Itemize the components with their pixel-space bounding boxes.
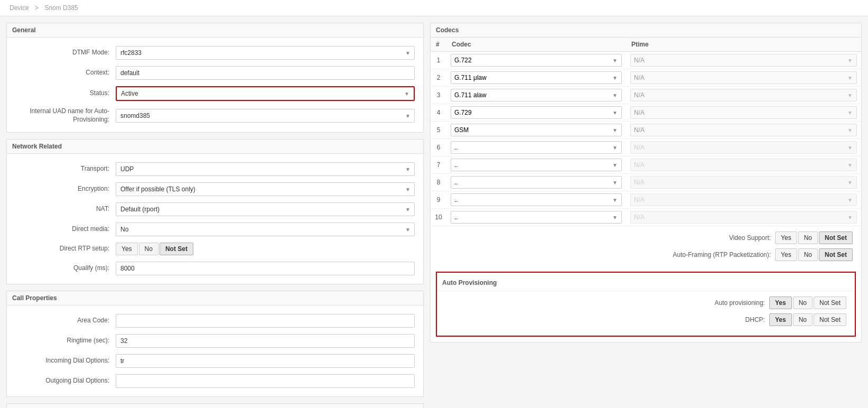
direct-rtp-no-button[interactable]: No: [139, 243, 158, 255]
auto-prov-btn-group: Yes No Not Set: [769, 296, 846, 309]
ptime-select-2[interactable]: N/A: [630, 71, 857, 84]
direct-rtp-yes-button[interactable]: Yes: [116, 243, 138, 255]
nat-select[interactable]: Default (rport) No Force rport Comedia: [116, 202, 415, 216]
codec-row-num: 2: [431, 69, 446, 87]
codec-row-num: 6: [431, 139, 446, 156]
status-label: Status:: [15, 89, 116, 98]
video-notset-button[interactable]: Not Set: [819, 231, 853, 244]
video-support-label: Video Support:: [729, 234, 771, 242]
codec-select-10[interactable]: ..: [451, 211, 622, 224]
ptime-select-5[interactable]: N/A: [630, 124, 857, 136]
direct-rtp-label: Direct RTP setup:: [15, 245, 116, 253]
context-control: [116, 66, 415, 80]
direct-media-row: Direct media: NoYes ▼: [7, 219, 423, 239]
general-body: DTMF Mode: rfc2833 inband info ▼: [7, 38, 423, 132]
ptime-select-8: N/A: [630, 176, 857, 189]
transport-select[interactable]: UDPTCPTLS: [116, 162, 415, 176]
codec-select-8[interactable]: ..: [451, 176, 622, 189]
nat-control: Default (rport) No Force rport Comedia ▼: [116, 202, 415, 216]
incoming-dial-control: [116, 354, 415, 368]
uad-select[interactable]: snomd385: [116, 109, 415, 123]
autoframing-no-button[interactable]: No: [798, 248, 818, 261]
codecs-section: Codecs # Codec Ptime 1G.722▼N/A▼2G.711 μ…: [430, 23, 862, 342]
codec-select-9[interactable]: ..: [451, 193, 622, 206]
incoming-dial-input[interactable]: [116, 354, 415, 368]
codec-row: 6..▼N/A▼: [431, 139, 861, 156]
context-input[interactable]: [116, 66, 415, 80]
channels-title: Channels: [7, 404, 423, 408]
video-support-row: Video Support: Yes No Not Set: [439, 231, 853, 244]
direct-media-control: NoYes ▼: [116, 222, 415, 236]
ringtime-input[interactable]: [116, 334, 415, 348]
codec-row: 8..▼N/A▼: [431, 174, 861, 191]
dtmf-select[interactable]: rfc2833 inband info: [116, 46, 415, 60]
network-body: Transport: UDPTCPTLS ▼ Encryption:: [7, 154, 423, 284]
codec-row: 4G.729▼N/A▼: [431, 104, 861, 122]
col-ptime: Ptime: [626, 38, 861, 52]
outgoing-dial-input[interactable]: [116, 374, 415, 388]
dhcp-notset-button[interactable]: Not Set: [814, 313, 846, 326]
direct-rtp-notset-button[interactable]: Not Set: [160, 243, 193, 255]
codec-row: 2G.711 μlaw▼N/A▼: [431, 69, 861, 87]
autoframing-yes-button[interactable]: Yes: [775, 248, 797, 261]
codec-select-4[interactable]: G.729: [451, 106, 622, 119]
network-title: Network Related: [7, 140, 423, 154]
breadcrumb-device[interactable]: Device: [10, 4, 29, 12]
left-panel: General DTMF Mode: rfc2833 inband info ▼: [6, 23, 424, 408]
dhcp-row: DHCP: Yes No Not Set: [445, 313, 846, 326]
codec-select-3[interactable]: G.711 alaw: [451, 89, 622, 101]
call-properties-title: Call Properties: [7, 291, 423, 305]
codec-select-2[interactable]: G.711 μlaw: [451, 71, 622, 84]
area-code-input[interactable]: [116, 314, 415, 328]
network-section: Network Related Transport: UDPTCPTLS ▼: [6, 139, 424, 284]
codec-select-7[interactable]: ..: [451, 159, 622, 171]
auto-prov-label: Auto provisioning:: [715, 299, 765, 307]
direct-rtp-row: Direct RTP setup: Yes No Not Set: [7, 239, 423, 258]
right-panel: Codecs # Codec Ptime 1G.722▼N/A▼2G.711 μ…: [430, 23, 862, 408]
ptime-select-7: N/A: [630, 159, 857, 171]
video-yes-button[interactable]: Yes: [775, 231, 797, 244]
ptime-select-1[interactable]: N/A: [630, 54, 857, 67]
qualify-row: Qualify (ms):: [7, 258, 423, 279]
auto-prov-controls: Auto provisioning: Yes No Not Set DHCP: …: [437, 294, 855, 331]
video-support-btn-group: Yes No Not Set: [775, 231, 853, 244]
ringtime-row: Ringtime (sec):: [7, 331, 423, 351]
call-properties-body: Area Code: Ringtime (sec): Incoming Dial…: [7, 305, 423, 396]
codec-row: 9..▼N/A▼: [431, 191, 861, 209]
autoprov-no-button[interactable]: No: [793, 296, 813, 309]
qualify-label: Qualify (ms):: [15, 264, 116, 273]
breadcrumb-model: Snom D385: [44, 4, 78, 12]
codec-row-num: 10: [431, 209, 446, 226]
codecs-table: # Codec Ptime 1G.722▼N/A▼2G.711 μlaw▼N/A…: [431, 38, 861, 226]
qualify-control: [116, 262, 415, 275]
codec-controls: Video Support: Yes No Not Set Auto-Frami…: [431, 226, 861, 266]
encryption-label: Encryption:: [15, 185, 116, 193]
codec-select-6[interactable]: ..: [451, 141, 622, 154]
direct-media-select[interactable]: NoYes: [116, 222, 415, 236]
autoprov-notset-button[interactable]: Not Set: [814, 296, 846, 309]
dhcp-btn-group: Yes No Not Set: [769, 313, 846, 326]
area-code-control: [116, 314, 415, 328]
codec-row-num: 1: [431, 52, 446, 69]
status-select[interactable]: Active Inactive: [117, 87, 414, 100]
ringtime-label: Ringtime (sec):: [15, 337, 116, 345]
autoprov-yes-button[interactable]: Yes: [769, 296, 792, 309]
video-no-button[interactable]: No: [798, 231, 818, 244]
encryption-select[interactable]: Offer if possible (TLS only) Disabled Re…: [116, 182, 415, 196]
codec-row-num: 7: [431, 156, 446, 174]
codec-select-5[interactable]: GSM: [451, 124, 622, 136]
col-number: #: [431, 38, 446, 52]
dhcp-yes-button[interactable]: Yes: [769, 313, 792, 326]
codec-select-1[interactable]: G.722: [451, 54, 622, 67]
ptime-select-3[interactable]: N/A: [630, 89, 857, 101]
ptime-select-4[interactable]: N/A: [630, 106, 857, 119]
status-control: Active Inactive ▼: [116, 86, 415, 101]
breadcrumb: Device > Snom D385: [0, 0, 868, 16]
ptime-select-10: N/A: [630, 211, 857, 224]
dtmf-control: rfc2833 inband info ▼: [116, 46, 415, 60]
qualify-input[interactable]: [116, 262, 415, 275]
call-properties-section: Call Properties Area Code: Ringtime (sec…: [6, 291, 424, 397]
autoframing-notset-button[interactable]: Not Set: [819, 248, 853, 261]
codec-row-num: 4: [431, 104, 446, 122]
dhcp-no-button[interactable]: No: [793, 313, 813, 326]
